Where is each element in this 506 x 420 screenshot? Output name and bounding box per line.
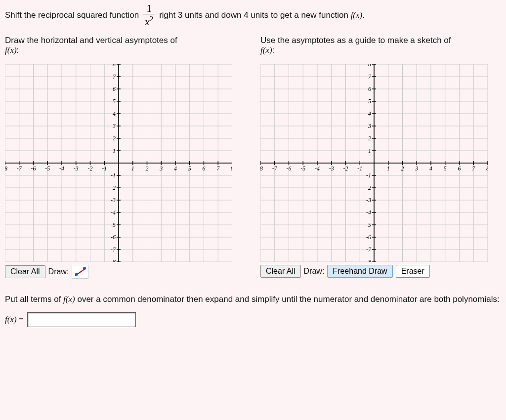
left-instruction: Draw the horizontal and vertical asympto…: [5, 36, 246, 59]
svg-text:-6: -6: [287, 165, 292, 172]
svg-text:-4: -4: [315, 165, 320, 172]
asymptote-graph-canvas[interactable]: -8-7-6-5-4-3-2-112345678-8-7-6-5-4-3-2-1…: [5, 64, 232, 262]
svg-text:4: 4: [429, 165, 432, 172]
svg-text:-1: -1: [366, 172, 371, 179]
svg-text:3: 3: [112, 123, 116, 129]
svg-text:4: 4: [174, 165, 177, 172]
right-instruction: Use the asymptotes as a guide to make a …: [260, 36, 501, 59]
svg-text:-5: -5: [300, 165, 305, 172]
sketch-graph-canvas[interactable]: -8-7-6-5-4-3-2-112345678-8-7-6-5-4-3-2-1…: [260, 64, 488, 262]
svg-text:8: 8: [368, 64, 371, 68]
svg-text:-4: -4: [366, 209, 371, 216]
simplify-prompt: Put all terms of f(x) over a common deno…: [5, 294, 501, 305]
prompt-text-1: Shift the reciprocal squared function: [5, 10, 141, 20]
svg-text:-5: -5: [45, 165, 50, 172]
answer-row: f(x) =: [5, 312, 501, 327]
left-toolbar: Clear All Draw:: [5, 265, 246, 279]
fx-symbol: f(x): [351, 10, 363, 20]
svg-text:2: 2: [401, 165, 404, 172]
svg-text:-1: -1: [102, 165, 107, 172]
freehand-draw-button[interactable]: Freehand Draw: [327, 265, 392, 278]
svg-text:7: 7: [216, 165, 220, 172]
svg-text:-7: -7: [366, 246, 372, 253]
svg-text:-5: -5: [366, 221, 371, 228]
svg-text:-8: -8: [5, 165, 7, 172]
svg-text:8: 8: [113, 64, 116, 68]
svg-text:-7: -7: [272, 165, 278, 172]
svg-text:-3: -3: [74, 165, 79, 172]
svg-text:5: 5: [113, 98, 116, 105]
line-tool-icon[interactable]: [72, 265, 88, 279]
svg-text:2: 2: [368, 135, 371, 142]
svg-text:-2: -2: [88, 165, 93, 172]
svg-text:-2: -2: [111, 184, 116, 191]
svg-text:-1: -1: [111, 172, 116, 179]
svg-text:-4: -4: [59, 165, 64, 172]
svg-text:-7: -7: [17, 165, 22, 172]
grid-left: -8-7-6-5-4-3-2-112345678-8-7-6-5-4-3-2-1…: [5, 64, 232, 262]
right-panel: Use the asymptotes as a guide to make a …: [260, 36, 501, 279]
question-prompt: Shift the reciprocal squared function 1 …: [5, 3, 501, 29]
svg-text:-2: -2: [366, 184, 371, 191]
svg-text:-3: -3: [329, 165, 334, 172]
prompt-text-2: right 3 units and down 4 units to get a …: [159, 10, 350, 20]
svg-text:-6: -6: [111, 234, 116, 241]
clear-all-button[interactable]: Clear All: [5, 265, 45, 278]
fx-equals: f(x) =: [5, 315, 23, 325]
svg-text:1: 1: [131, 165, 134, 172]
left-panel: Draw the horizontal and vertical asympto…: [5, 36, 246, 279]
svg-text:8: 8: [231, 165, 232, 172]
svg-text:4: 4: [113, 110, 116, 117]
svg-text:4: 4: [368, 110, 371, 117]
svg-text:-8: -8: [366, 258, 371, 262]
svg-text:7: 7: [113, 73, 116, 80]
answer-input[interactable]: [27, 312, 136, 327]
svg-text:6: 6: [458, 165, 461, 172]
svg-text:2: 2: [146, 165, 149, 172]
svg-text:-6: -6: [366, 234, 371, 241]
svg-text:-8: -8: [111, 258, 116, 262]
svg-text:-4: -4: [111, 209, 116, 216]
svg-text:3: 3: [368, 123, 371, 129]
grid-right: -8-7-6-5-4-3-2-112345678-8-7-6-5-4-3-2-1…: [260, 64, 488, 262]
svg-text:-3: -3: [366, 197, 371, 204]
svg-text:7: 7: [368, 73, 372, 80]
svg-text:-1: -1: [357, 165, 362, 172]
svg-text:-2: -2: [343, 165, 348, 172]
svg-text:3: 3: [415, 165, 418, 172]
svg-text:6: 6: [203, 165, 206, 172]
svg-text:5: 5: [188, 165, 191, 172]
clear-all-button[interactable]: Clear All: [260, 265, 301, 278]
right-toolbar: Clear All Draw: Freehand Draw Eraser: [260, 265, 501, 278]
eraser-button[interactable]: Eraser: [396, 265, 430, 278]
draw-label: Draw:: [48, 267, 69, 276]
svg-text:-7: -7: [111, 246, 116, 253]
svg-text:-6: -6: [31, 165, 36, 172]
svg-text:6: 6: [368, 85, 371, 92]
svg-text:5: 5: [368, 98, 371, 105]
svg-text:2: 2: [113, 135, 116, 142]
svg-text:1: 1: [387, 165, 390, 172]
svg-text:7: 7: [472, 165, 475, 172]
svg-text:8: 8: [486, 165, 488, 172]
svg-text:3: 3: [159, 165, 163, 172]
svg-text:5: 5: [444, 165, 447, 172]
svg-text:-5: -5: [111, 221, 116, 228]
svg-text:1: 1: [368, 147, 371, 154]
fraction-1-over-x2: 1 x2: [143, 3, 155, 29]
svg-text:-8: -8: [260, 165, 263, 172]
draw-label: Draw:: [304, 267, 325, 276]
svg-text:-3: -3: [111, 197, 116, 204]
svg-text:1: 1: [113, 147, 116, 154]
svg-text:6: 6: [113, 85, 116, 92]
